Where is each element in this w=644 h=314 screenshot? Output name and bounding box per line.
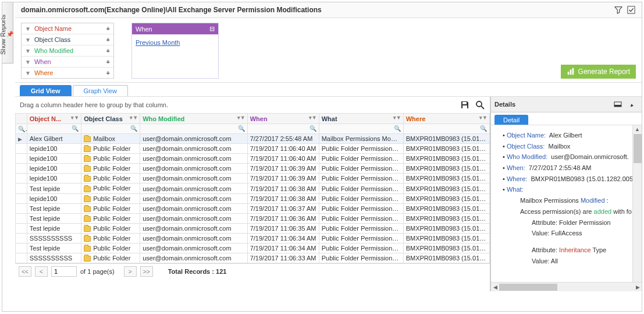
table-row[interactable]: SSSSSSSSSSPublic Folderuser@domain.onmic…	[16, 233, 490, 243]
filter-list: ▼Object Name+▼Object Class+▼Who Modified…	[21, 23, 114, 79]
funnel-icon[interactable]: ▾▼	[71, 115, 79, 121]
column-search[interactable]: 🔍	[319, 124, 403, 134]
table-row[interactable]: lepide100Public Folderuser@domain.onmicr…	[16, 193, 490, 203]
search-icon[interactable]	[475, 100, 485, 110]
table-row[interactable]: SSSSSSSSSSPublic Folderuser@domain.onmic…	[16, 253, 490, 263]
filter-item[interactable]: ▼Object Name+	[22, 23, 113, 34]
svg-rect-2	[570, 70, 571, 75]
funnel-icon: ▼	[25, 48, 31, 54]
folder-icon	[84, 196, 91, 202]
search-icon[interactable]: 🔍	[480, 125, 487, 132]
svg-rect-3	[572, 68, 574, 75]
table-row[interactable]: lepide100Public Folderuser@domain.onmicr…	[16, 144, 490, 154]
column-header[interactable]: Object N...▾▼	[27, 114, 81, 124]
folder-icon	[84, 246, 91, 252]
expand-icon[interactable]: +	[106, 58, 110, 65]
group-hint-text: Drag a column header here to group by th…	[20, 101, 168, 108]
last-page-button[interactable]: >>	[140, 266, 153, 277]
column-search[interactable]: 🔍	[247, 124, 319, 134]
expand-icon[interactable]: +	[106, 47, 110, 54]
column-header[interactable]: When▾▼	[247, 114, 319, 124]
tab-detail[interactable]: Detail	[494, 115, 528, 125]
column-header[interactable]: Where▾▼	[403, 114, 489, 124]
row-indicator-icon: ▶	[18, 136, 22, 142]
folder-icon	[84, 156, 91, 162]
funnel-icon[interactable]: ▾▼	[237, 115, 245, 121]
expand-icon[interactable]: +	[106, 25, 110, 32]
search-icon[interactable]: 🔍	[18, 125, 27, 132]
funnel-icon: ▼	[25, 37, 31, 43]
svg-rect-1	[567, 72, 569, 75]
filter-item[interactable]: ▼Object Class+	[22, 34, 113, 45]
table-row[interactable]: lepide100Public Folderuser@domain.onmicr…	[16, 164, 490, 174]
checkbox-icon[interactable]	[627, 5, 636, 15]
funnel-icon[interactable]: ▾▼	[479, 115, 488, 121]
search-icon[interactable]: 🔍	[72, 125, 79, 132]
table-row[interactable]: lepide100Public Folderuser@domain.onmicr…	[16, 174, 490, 184]
column-search[interactable]: 🔍	[403, 124, 489, 134]
search-icon[interactable]: 🔍	[238, 125, 245, 132]
row-selector-header	[16, 114, 27, 124]
generate-report-button[interactable]: Generate Report	[561, 65, 636, 79]
folder-icon	[84, 166, 91, 172]
search-icon[interactable]: 🔍	[130, 125, 137, 132]
minimize-icon[interactable]	[613, 99, 623, 110]
table-row[interactable]: Test lepidePublic Folderuser@domain.onmi…	[16, 184, 490, 193]
pager: << < of 1 page(s) > >> Total Records : 1…	[15, 263, 490, 279]
table-row[interactable]: ▶Alex GilbertMailboxuser@domain.onmicros…	[16, 134, 490, 144]
column-search[interactable]: 🔍	[140, 124, 248, 134]
data-grid: Object N...▾▼Object Class▾▼Who Modified▾…	[15, 113, 490, 263]
column-header[interactable]: Object Class▾▼	[81, 114, 140, 124]
save-icon[interactable]	[460, 100, 470, 110]
filter-item[interactable]: ▼Who Modified+	[22, 45, 113, 57]
first-page-button[interactable]: <<	[19, 266, 31, 277]
page-header: domain.onmicrosoft.com(Exchange Online)\…	[15, 2, 642, 18]
funnel-icon[interactable]: ▾▼	[309, 115, 317, 121]
column-search[interactable]: 🔍	[81, 124, 140, 134]
column-search[interactable]: 🔍	[27, 124, 81, 134]
expand-icon[interactable]: +	[106, 36, 110, 43]
folder-icon	[84, 206, 91, 212]
funnel-icon[interactable]: ▾▼	[130, 115, 138, 121]
table-row[interactable]: Test lepidePublic Folderuser@domain.onmi…	[16, 244, 490, 253]
column-header[interactable]: What▾▼	[319, 114, 403, 124]
folder-icon	[84, 146, 91, 152]
folder-icon	[84, 176, 91, 182]
expand-icon[interactable]: +	[106, 69, 110, 76]
horizontal-scrollbar[interactable]: ◀▶	[491, 282, 642, 291]
svg-rect-5	[462, 105, 467, 108]
svg-rect-9	[614, 105, 621, 107]
filter-item[interactable]: ▼When+	[22, 57, 113, 68]
funnel-icon[interactable]: ▾▼	[393, 115, 401, 121]
column-header[interactable]: Who Modified▾▼	[140, 114, 248, 124]
folder-icon	[84, 216, 91, 222]
svg-point-6	[476, 101, 482, 107]
table-row[interactable]: lepide100Public Folderuser@domain.onmicr…	[16, 154, 490, 164]
tab-graph-view[interactable]: Graph View	[73, 85, 128, 96]
vertical-scrollbar[interactable]: ▲	[632, 125, 642, 282]
table-row[interactable]: Test lepidePublic Folderuser@domain.onmi…	[16, 203, 490, 213]
filter-item[interactable]: ▼Where+	[22, 68, 113, 78]
next-page-button[interactable]: >	[124, 266, 137, 277]
funnel-icon: ▼	[25, 70, 31, 76]
collapse-icon[interactable]: ⊟	[209, 25, 215, 33]
funnel-icon: ▼	[25, 59, 31, 65]
page-input[interactable]	[51, 266, 77, 277]
prev-page-button[interactable]: <	[35, 266, 48, 277]
details-title: Details	[494, 101, 515, 108]
table-row[interactable]: Test lepidePublic Folderuser@domain.onmi…	[16, 223, 490, 233]
details-body: ▲ Object Name: Alex Gilbert Object Class…	[491, 125, 642, 282]
tab-grid-view[interactable]: Grid View	[20, 85, 72, 96]
when-filter-header[interactable]: When ⊟	[132, 23, 218, 34]
when-filter-box: When ⊟ Previous Month	[131, 23, 219, 79]
svg-rect-0	[628, 6, 635, 13]
search-icon[interactable]: 🔍	[309, 125, 316, 132]
previous-month-link[interactable]: Previous Month	[136, 39, 180, 46]
funnel-icon: ▼	[25, 26, 31, 32]
search-icon[interactable]: 🔍	[394, 125, 401, 132]
svg-line-7	[481, 106, 484, 109]
tools-icon[interactable]	[628, 99, 638, 110]
filter-icon[interactable]	[614, 5, 623, 15]
table-row[interactable]: Test lepidePublic Folderuser@domain.onmi…	[16, 213, 490, 223]
details-pane: Details Detail ▲ Object Name: Alex Gilbe…	[490, 97, 642, 291]
